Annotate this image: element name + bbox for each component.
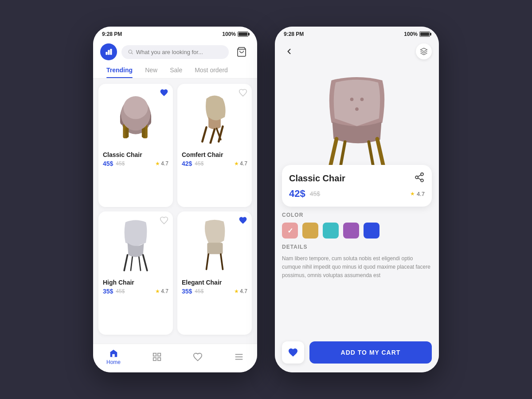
nav-wishlist[interactable] — [193, 352, 203, 362]
svg-point-12 — [123, 96, 148, 119]
product-info-high: High Chair 35$ 45$ ★ 4.7 — [103, 277, 168, 297]
tab-most-ordered[interactable]: Most orderd — [188, 64, 234, 78]
status-time: 9:28 PM — [102, 31, 122, 37]
wishlist-button[interactable] — [282, 341, 304, 364]
svg-point-36 — [350, 98, 354, 101]
color-label: COLOR — [282, 212, 432, 218]
search-input[interactable] — [136, 49, 223, 55]
product-name-comfort: Comfert Chair — [182, 151, 247, 158]
nav-menu[interactable] — [234, 352, 244, 362]
svg-rect-1 — [108, 50, 110, 55]
svg-rect-25 — [153, 353, 156, 356]
svg-rect-2 — [110, 49, 112, 55]
cart-button[interactable] — [233, 43, 250, 60]
left-header — [93, 40, 257, 60]
svg-rect-24 — [112, 354, 115, 357]
star-icon: ★ — [155, 160, 160, 167]
status-bar-right: 9:28 PM 100% — [275, 27, 439, 40]
product-info-comfort: Comfert Chair 42$ 45$ ★ 4.7 — [182, 149, 247, 169]
svg-line-33 — [377, 139, 383, 165]
status-time-right: 9:28 PM — [284, 31, 304, 37]
svg-point-37 — [360, 98, 364, 101]
share-icon — [414, 172, 425, 183]
search-bar[interactable] — [121, 45, 229, 59]
svg-line-18 — [143, 255, 147, 270]
color-blue[interactable] — [364, 223, 379, 239]
detail-product-name: Classic Chair — [289, 173, 345, 184]
nav-grid[interactable] — [152, 352, 162, 362]
color-purple[interactable] — [343, 223, 359, 239]
color-teal[interactable] — [323, 223, 339, 239]
battery-status-right: 100% — [404, 31, 430, 37]
wishlist-heart-icon — [288, 347, 298, 358]
product-name-classic: Classic Chair — [103, 151, 168, 158]
svg-point-41 — [421, 179, 423, 182]
heart-button-elegant[interactable] — [239, 216, 247, 227]
svg-line-17 — [124, 255, 127, 270]
tab-new[interactable]: New — [139, 64, 164, 78]
product-card-classic[interactable]: Classic Chair 45$ 45$ ★ 4.7 — [98, 84, 173, 207]
price-high: 35$ — [103, 288, 113, 295]
svg-line-42 — [418, 178, 421, 180]
rating-elegant: ★ 4.7 — [234, 288, 247, 294]
heart-button-high[interactable] — [160, 216, 168, 227]
svg-line-35 — [369, 142, 373, 165]
detail-card: Classic Chair 42$ 45$ ★ 4.7 — [282, 165, 432, 207]
heart-icon — [193, 352, 203, 362]
product-card-comfort[interactable]: Comfert Chair 42$ 45$ ★ 4.7 — [177, 84, 252, 207]
product-name-elegant: Elegant Chair — [182, 279, 247, 286]
price-comfort: 42$ — [182, 160, 192, 167]
logo[interactable] — [100, 43, 117, 60]
old-price-classic: 45$ — [116, 160, 125, 167]
product-pricing-comfort: 42$ 45$ ★ 4.7 — [182, 160, 247, 167]
detail-pricing: 42$ 45$ ★ 4.7 — [289, 188, 425, 200]
back-button[interactable] — [282, 44, 296, 59]
tab-sale[interactable]: Sale — [164, 64, 188, 78]
rating-comfort: ★ 4.7 — [234, 160, 247, 167]
product-info-classic: Classic Chair 45$ 45$ ★ 4.7 — [103, 149, 168, 169]
product-card-high[interactable]: High Chair 35$ 45$ ★ 4.7 — [98, 211, 173, 335]
product-card-elegant[interactable]: Elegant Chair 35$ 45$ ★ 4.7 — [177, 211, 252, 335]
cart-icon — [236, 47, 247, 57]
svg-point-38 — [355, 107, 359, 111]
old-price-elegant: 45$ — [195, 288, 203, 294]
star-icon-comfort: ★ — [234, 160, 239, 167]
svg-rect-10 — [142, 127, 145, 137]
add-to-cart-button[interactable]: ADD TO MY CART — [309, 341, 432, 364]
product-detail-image — [275, 63, 439, 178]
chair-image-comfort — [182, 88, 247, 146]
svg-point-39 — [421, 173, 423, 176]
rating-high: ★ 4.7 — [155, 288, 168, 294]
color-options — [282, 223, 432, 239]
nav-home[interactable]: Home — [106, 348, 121, 365]
svg-line-32 — [331, 139, 336, 165]
details-label: DETAILS — [282, 244, 432, 250]
product-pricing-high: 35$ 45$ ★ 4.7 — [103, 288, 168, 295]
svg-line-15 — [211, 129, 215, 143]
color-pink[interactable] — [282, 223, 298, 239]
star-icon-high: ★ — [155, 288, 160, 294]
svg-line-19 — [131, 257, 133, 270]
chair-image-classic — [103, 88, 168, 146]
svg-line-43 — [418, 175, 421, 177]
svg-line-34 — [341, 142, 345, 165]
product-info-elegant: Elegant Chair 35$ 45$ ★ 4.7 — [182, 277, 247, 297]
grid-icon — [152, 352, 162, 362]
share-button[interactable] — [414, 172, 425, 184]
svg-line-13 — [202, 127, 206, 141]
battery-icon-right — [419, 31, 430, 37]
rating-classic: ★ 4.7 — [155, 160, 168, 167]
product-pricing-classic: 45$ 45$ ★ 4.7 — [103, 160, 168, 167]
ar-icon — [420, 47, 428, 55]
heart-button-comfort[interactable] — [239, 88, 247, 99]
right-phone: 9:28 PM 100% — [275, 27, 439, 372]
svg-rect-28 — [158, 358, 160, 360]
color-gold[interactable] — [302, 223, 318, 239]
heart-button-classic[interactable] — [160, 88, 168, 99]
svg-rect-9 — [125, 127, 129, 137]
ar-view-button[interactable] — [416, 43, 432, 59]
svg-point-40 — [415, 176, 418, 179]
svg-rect-21 — [207, 243, 223, 254]
details-text: Nam libero tempore, cum soluta nobis est… — [282, 254, 432, 280]
tab-trending[interactable]: Trending — [100, 64, 139, 78]
